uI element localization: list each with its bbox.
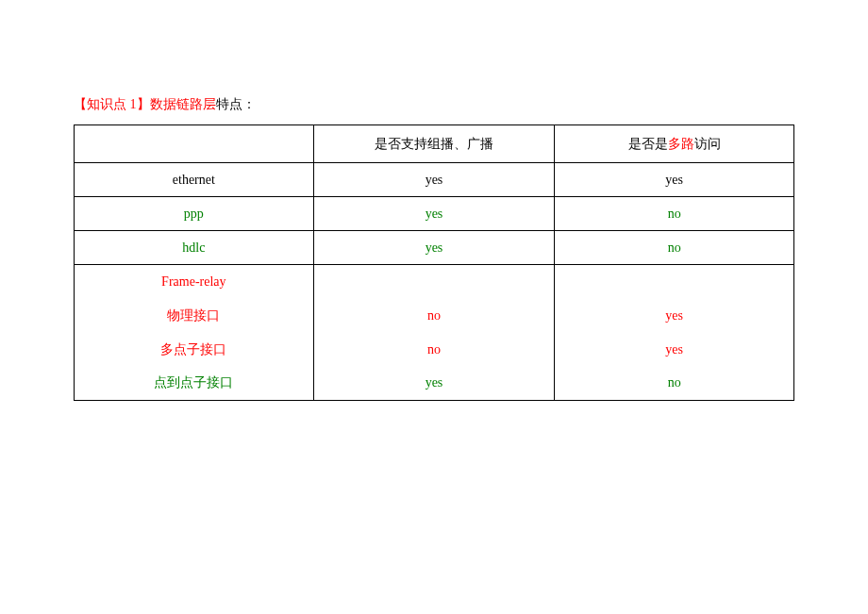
cell-fr-p2p-c2: yes xyxy=(313,367,555,401)
table-row: 物理接口 no yes xyxy=(75,299,794,333)
cell-fr-name: Frame-relay xyxy=(75,265,314,299)
cell-fr-phys-c2: no xyxy=(313,299,555,333)
cell-ethernet-c3: yes xyxy=(555,163,794,197)
table-row: Frame-relay xyxy=(75,265,794,299)
cell-ethernet-name: ethernet xyxy=(75,163,314,197)
cell-fr-multi-c3: yes xyxy=(555,333,794,367)
cell-fr-multi-name: 多点子接口 xyxy=(75,333,314,367)
table-row: 多点子接口 no yes xyxy=(75,333,794,367)
header-col3-before: 是否是 xyxy=(628,137,668,151)
cell-fr-p2p-name: 点到点子接口 xyxy=(75,367,314,401)
title-red-part: 数据链路层 xyxy=(150,97,216,111)
cell-fr-phys-c3: yes xyxy=(555,299,794,333)
table-row: ethernet yes yes xyxy=(75,163,794,197)
cell-fr-p2p-c3: no xyxy=(555,367,794,401)
table-row: hdlc yes no xyxy=(75,231,794,265)
data-link-layer-table: 是否支持组播、广播 是否是多路访问 ethernet yes yes ppp y… xyxy=(74,124,794,401)
header-col1 xyxy=(75,125,314,163)
title-bracket-open: 【 xyxy=(74,97,87,111)
table-header-row: 是否支持组播、广播 是否是多路访问 xyxy=(75,125,794,163)
table-row: ppp yes no xyxy=(75,197,794,231)
cell-fr-c3 xyxy=(555,265,794,299)
header-col3: 是否是多路访问 xyxy=(555,125,794,163)
cell-ppp-c2: yes xyxy=(313,197,555,231)
cell-fr-multi-c2: no xyxy=(313,333,555,367)
table-row: 点到点子接口 yes no xyxy=(75,367,794,401)
cell-ppp-name: ppp xyxy=(75,197,314,231)
cell-fr-phys-name: 物理接口 xyxy=(75,299,314,333)
header-col3-red: 多路 xyxy=(668,137,694,151)
cell-ethernet-c2: yes xyxy=(313,163,555,197)
title-bracket-close: 】 xyxy=(137,97,150,111)
cell-fr-c2 xyxy=(313,265,555,299)
title-label: 知识点 1 xyxy=(87,97,137,111)
section-title: 【知识点 1】数据链路层特点： xyxy=(74,96,794,113)
header-col2: 是否支持组播、广播 xyxy=(313,125,555,163)
cell-hdlc-c2: yes xyxy=(313,231,555,265)
cell-hdlc-c3: no xyxy=(555,231,794,265)
header-col3-after: 访问 xyxy=(694,137,721,151)
title-black-part: 特点： xyxy=(216,97,256,111)
cell-hdlc-name: hdlc xyxy=(75,231,314,265)
cell-ppp-c3: no xyxy=(555,197,794,231)
